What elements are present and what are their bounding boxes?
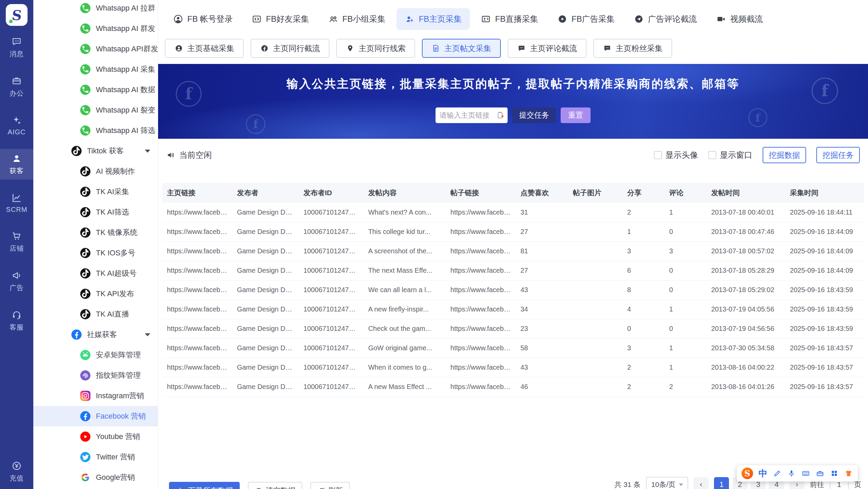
download-all-button[interactable]: 下载所有数据 <box>169 482 240 489</box>
sidebar-item-17[interactable]: 安卓矩阵管理 <box>33 345 158 365</box>
refresh-button[interactable]: 刷新 <box>310 482 350 489</box>
tab-fb-ad-collect[interactable]: FB广告采集 <box>549 8 623 30</box>
sidebar-item-10[interactable]: TK AI筛选 <box>33 202 158 222</box>
rail-item-messages[interactable]: 消息 <box>0 32 33 63</box>
table-row[interactable]: https://www.facebo...Game Design Degr...… <box>162 241 864 261</box>
column-header[interactable]: 采集时间 <box>785 183 864 203</box>
sidebar-item-23[interactable]: Google营销 <box>33 467 158 488</box>
ime-language-toggle[interactable]: 中 <box>759 468 767 479</box>
reset-button[interactable]: 重置 <box>561 107 591 123</box>
table-row[interactable]: https://www.facebo...Game Design Degr...… <box>162 377 864 397</box>
table-row[interactable]: https://www.facebo...Game Design Degr...… <box>162 358 864 377</box>
rail-item-support[interactable]: 客服 <box>0 305 33 336</box>
page-link-input[interactable] <box>440 111 495 119</box>
sidebar-item-21[interactable]: Youtube 营销 <box>33 426 158 447</box>
table-cell: https://www.facebo... <box>162 358 232 377</box>
tab-ad-comment-intercept[interactable]: 广告评论截流 <box>626 8 705 30</box>
sidebar-item-3[interactable]: Whatsapp AI 采集 <box>33 59 158 80</box>
sidebar-item-11[interactable]: TK 镜像系统 <box>33 222 158 243</box>
sidebar-item-14[interactable]: TK API发布 <box>33 284 158 304</box>
sidebar-item-4[interactable]: Whatsapp AI 数据 <box>33 80 158 100</box>
sidebar-item-13[interactable]: TK AI超级号 <box>33 263 158 284</box>
sidebar-item-5[interactable]: Whatsapp AI 裂变 <box>33 100 158 120</box>
sidebar-item-1[interactable]: Whatsapp AI 群发 <box>33 18 158 39</box>
column-header[interactable]: 发帖时间 <box>707 183 785 203</box>
column-header[interactable]: 评论 <box>664 183 707 203</box>
table-row[interactable]: https://www.facebo...Game Design Degr...… <box>162 319 864 338</box>
sidebar-item-15[interactable]: TK AI直播 <box>33 304 158 324</box>
checkbox-box[interactable] <box>708 151 716 159</box>
mine-data-button[interactable]: 挖掘数据 <box>763 147 806 163</box>
paste-link-icon[interactable] <box>496 111 505 120</box>
mine-task-button[interactable]: 挖掘任务 <box>816 147 860 163</box>
sidebar-item-12[interactable]: TK IOS多号 <box>33 243 158 263</box>
sogou-logo-icon[interactable]: S <box>742 468 753 479</box>
rail-item-aigc[interactable]: AIGC <box>0 111 33 140</box>
skin-shirt-icon[interactable] <box>844 469 853 478</box>
rail-item-ads[interactable]: 广告 <box>0 266 33 297</box>
column-header[interactable]: 帖子链接 <box>446 183 516 203</box>
prev-page-button[interactable]: ‹ <box>694 477 709 489</box>
subtab-page-peer-intercept[interactable]: 主页同行截流 <box>251 39 329 58</box>
voice-mic-icon[interactable] <box>787 469 796 478</box>
column-header[interactable]: 分享 <box>623 183 665 203</box>
sidebar-item-19[interactable]: Instagram营销 <box>33 386 158 406</box>
table-cell: 2 <box>623 203 665 222</box>
table-row[interactable]: https://www.facebo...Game Design Degr...… <box>162 261 864 280</box>
handwriting-pen-icon[interactable] <box>773 469 782 478</box>
column-header[interactable]: 发布者 <box>232 183 299 203</box>
subtab-page-fans-collect[interactable]: 主页粉丝采集 <box>593 39 672 58</box>
sidebar-item-8[interactable]: AI 视频制作 <box>33 161 158 182</box>
tab-fb-page-collect[interactable]: FB主页采集 <box>396 8 470 30</box>
sidebar-item-2[interactable]: Whatsapp API群发 <box>33 39 158 59</box>
soft-keyboard-icon[interactable] <box>801 469 810 478</box>
column-header[interactable]: 发帖内容 <box>363 183 446 203</box>
submit-task-button[interactable]: 提交任务 <box>512 107 556 123</box>
table-row[interactable]: https://www.facebo...Game Design Degr...… <box>162 203 864 222</box>
table-row[interactable]: https://www.facebo...Game Design Degr...… <box>162 338 864 358</box>
rail-item-shop[interactable]: 店铺 <box>0 226 33 257</box>
page-button-1[interactable]: 1 <box>714 477 729 489</box>
checkbox-box[interactable] <box>654 151 662 159</box>
tab-fb-account-login[interactable]: FB 帐号登录 <box>165 8 241 30</box>
column-header[interactable]: 发布者ID <box>299 183 363 203</box>
sidebar-item-7[interactable]: Tiktok 获客 <box>33 141 158 161</box>
subtab-page-basic-collect[interactable]: 主页基础采集 <box>165 39 244 58</box>
clear-data-button[interactable]: 清空数据 <box>248 482 302 489</box>
sidebar-item-20[interactable]: Facebook 营销 <box>33 406 158 426</box>
sidebar-item-16[interactable]: 社媒获客 <box>33 324 158 345</box>
subtab-page-comment-intercept[interactable]: 主页评论截流 <box>508 39 586 58</box>
subtab-page-post-collect[interactable]: 主页帖文采集 <box>422 39 501 58</box>
group-icon <box>328 14 338 24</box>
subtab-page-peer-leads[interactable]: 主页同行线索 <box>336 39 415 58</box>
sidebar-item-9[interactable]: TK AI采集 <box>33 182 158 202</box>
rail-item-office[interactable]: 办公 <box>0 71 33 102</box>
table-row[interactable]: https://www.facebo...Game Design Degr...… <box>162 300 864 319</box>
sidebar-item-0[interactable]: Whatsapp AI 拉群 <box>33 0 158 18</box>
show-avatar-checkbox[interactable]: 显示头像 <box>654 150 698 161</box>
page-size-select[interactable]: 10条/页 <box>646 477 688 489</box>
sidebar-item-18[interactable]: 指纹矩阵管理 <box>33 365 158 386</box>
rail-item-scrm[interactable]: SCRM <box>0 188 33 218</box>
table-cell: https://www.facebo... <box>162 261 232 280</box>
layout-grid-icon[interactable] <box>830 469 839 478</box>
whatsapp-icon <box>80 3 90 13</box>
column-header[interactable]: 点赞喜欢 <box>516 183 568 203</box>
app-logo[interactable]: S <box>6 4 28 26</box>
rail-item-acquisition[interactable]: 获客 <box>0 149 33 180</box>
show-window-checkbox[interactable]: 显示窗口 <box>708 150 752 161</box>
sidebar-item-22[interactable]: Twitter 营销 <box>33 447 158 467</box>
sidebar-item-6[interactable]: Whatsapp AI 筛选 <box>33 120 158 141</box>
column-header[interactable]: 帖子图片 <box>568 183 623 203</box>
tab-fb-live-collect[interactable]: FB直播采集 <box>473 8 546 30</box>
trash-icon <box>255 487 263 489</box>
tab-fb-group-collect[interactable]: FB小组采集 <box>320 8 394 30</box>
tab-video-intercept[interactable]: 视频截流 <box>708 8 771 30</box>
rail-item-recharge[interactable]: 充值 <box>0 456 33 487</box>
table-cell: https://www.facebo... <box>446 222 516 241</box>
table-row[interactable]: https://www.facebo...Game Design Degr...… <box>162 280 864 300</box>
table-row[interactable]: https://www.facebo...Game Design Degr...… <box>162 222 864 241</box>
column-header[interactable]: 主页链接 <box>162 183 232 203</box>
toolbox-icon[interactable] <box>816 469 824 478</box>
tab-fb-friend-collect[interactable]: FB好友采集 <box>243 8 317 30</box>
